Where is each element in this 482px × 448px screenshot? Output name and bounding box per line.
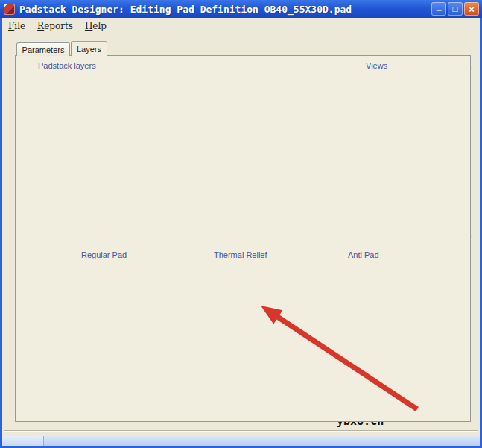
window-border-left (0, 18, 2, 446)
padstack-designer-window: Padstack Designer: Editing Pad Definitio… (0, 0, 482, 448)
maximize-button[interactable]: □ (448, 2, 463, 16)
tab-layers[interactable]: Layers (71, 41, 107, 56)
thermal-relief-group-label: Thermal Relief (212, 250, 270, 259)
status-panel (2, 436, 44, 446)
close-button[interactable]: × (464, 2, 479, 16)
minimize-button[interactable]: _ (431, 2, 446, 16)
menu-help[interactable]: Help (85, 21, 107, 31)
menu-bar: File Reports Help (2, 18, 480, 34)
menu-reports[interactable]: Reports (37, 21, 73, 31)
layers-tab-page (15, 55, 471, 422)
tab-parameters[interactable]: Parameters (16, 42, 70, 56)
menu-file[interactable]: File (8, 21, 25, 31)
status-divider (4, 430, 478, 432)
status-bar (2, 436, 480, 446)
padstack-layers-group-label: Padstack layers (36, 61, 98, 70)
titlebar[interactable]: Padstack Designer: Editing Pad Definitio… (0, 0, 482, 18)
views-group-label: Views (364, 61, 390, 70)
window-title: Padstack Designer: Editing Pad Definitio… (19, 4, 352, 15)
anti-pad-group-label: Anti Pad (346, 250, 381, 259)
regular-pad-group-label: Regular Pad (79, 250, 129, 259)
app-icon (4, 4, 15, 15)
